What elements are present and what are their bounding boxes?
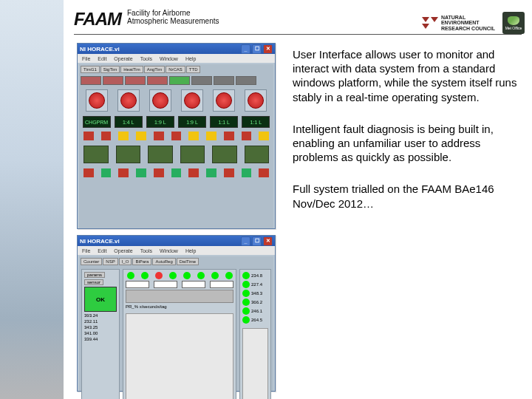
- menu-bar: File Edit Operate Tools Window Help: [78, 246, 275, 255]
- menu-edit[interactable]: Edit: [98, 56, 106, 61]
- value: 264.5: [251, 318, 262, 322]
- indicator-icon: [259, 168, 269, 177]
- valve-icon[interactable]: [184, 92, 200, 109]
- menu-tools[interactable]: Tools: [140, 56, 152, 61]
- value-field[interactable]: [182, 281, 205, 288]
- list-item: 264.5: [242, 316, 268, 324]
- menu-help[interactable]: Help: [185, 248, 196, 253]
- readout-display: 1:9 L: [178, 116, 206, 128]
- value-field[interactable]: [126, 281, 149, 288]
- tank-icon: [180, 146, 205, 163]
- indicator-icon: [188, 168, 199, 177]
- indicator-icon: [154, 132, 164, 140]
- value-field[interactable]: [210, 281, 233, 288]
- middle-column: PR_% x/seconds/tag: [123, 269, 236, 399]
- led-icon: [141, 272, 149, 279]
- tab-item[interactable]: I_O: [119, 258, 132, 265]
- tab-item[interactable]: TTD: [186, 66, 201, 73]
- list-item: params: [84, 272, 117, 278]
- close-button[interactable]: ✕: [263, 44, 273, 54]
- tab-item[interactable]: BiPara: [132, 258, 151, 265]
- tab-item[interactable]: TimG1: [81, 66, 100, 73]
- indicator-icon: [206, 168, 216, 177]
- sky-background-strip: [0, 0, 64, 399]
- indicator-icon: [171, 168, 182, 177]
- tab-row: Counter NSP I_O BiPara AutoReg DatTime: [79, 256, 273, 267]
- menu-edit[interactable]: Edit: [98, 248, 106, 253]
- diagnostic-columns: params sensor OK 393.24 232.11 343.25 34…: [79, 267, 273, 399]
- maximize-button[interactable]: ☐: [252, 44, 262, 54]
- menu-bar: File Edit Operate Tools Window Help: [78, 54, 275, 63]
- indicator-icon: [101, 132, 112, 140]
- label: sensor: [84, 279, 103, 285]
- led-icon: [242, 272, 250, 279]
- indicator-icon: [188, 132, 199, 140]
- list-item: 366.2: [242, 299, 268, 306]
- status-led-icon: [191, 76, 212, 85]
- tab-item[interactable]: Counter: [81, 258, 102, 265]
- indicator-icon: [224, 168, 234, 177]
- left-column: params sensor OK 393.24 232.11 343.25 34…: [81, 269, 120, 399]
- indicator-icon: [101, 168, 112, 177]
- indicator-icon: [154, 168, 164, 177]
- menu-operate[interactable]: Operate: [114, 56, 132, 61]
- value-field[interactable]: [154, 281, 177, 288]
- status-led-icon: [214, 76, 234, 85]
- tank-icon: [116, 146, 141, 163]
- menu-file[interactable]: File: [82, 56, 90, 61]
- tab-item[interactable]: NSP: [103, 258, 117, 265]
- valve-group: [245, 89, 267, 112]
- nerc-line3: RESEARCH COUNCIL: [441, 26, 495, 31]
- valve-icon[interactable]: [248, 92, 264, 109]
- tab-item[interactable]: AutoReg: [152, 258, 175, 265]
- menu-window[interactable]: Window: [160, 248, 178, 253]
- nerc-symbol-icon: [422, 13, 438, 33]
- screenshot-data-system-window: NI HORACE.vi _ ☐ ✕ File Edit Operate Too…: [77, 43, 276, 229]
- valve-icon[interactable]: [89, 92, 105, 109]
- header-left-group: FAAM Facility for Airborne Atmospheric M…: [74, 9, 219, 30]
- menu-operate[interactable]: Operate: [114, 248, 132, 253]
- tab-item[interactable]: SigTim: [100, 66, 120, 73]
- valve-icon[interactable]: [216, 92, 232, 109]
- menu-tools[interactable]: Tools: [140, 248, 152, 253]
- tab-item[interactable]: HeatTim: [120, 66, 143, 73]
- tank-icon: [212, 146, 237, 163]
- menu-file[interactable]: File: [82, 248, 90, 253]
- met-office-logo: Met Office: [502, 12, 525, 34]
- readout-display: 1:1 L: [242, 116, 270, 128]
- indicator-icon: [224, 132, 234, 140]
- led-icon: [242, 316, 250, 324]
- led-icon: [211, 272, 219, 279]
- window-title: NI HORACE.vi: [80, 46, 120, 52]
- tank-row: [79, 143, 273, 166]
- indicator-icon: [118, 168, 129, 177]
- menu-window[interactable]: Window: [160, 56, 178, 61]
- valve-icon[interactable]: [152, 92, 168, 109]
- minimize-button[interactable]: _: [241, 44, 250, 54]
- led-icon: [242, 299, 250, 306]
- slider-well[interactable]: [126, 290, 233, 303]
- display-header-row: CHGPRM 1:4 L 1:9 L 1:9 L 1:1 L 1:1 L: [79, 115, 273, 129]
- maximize-button[interactable]: ☐: [252, 236, 262, 246]
- minimize-button[interactable]: _: [241, 236, 250, 246]
- tab-item[interactable]: AngTim: [144, 66, 165, 73]
- menu-help[interactable]: Help: [185, 56, 196, 61]
- tab-item[interactable]: DatTime: [177, 258, 199, 265]
- status-led-icon: [169, 76, 190, 85]
- right-column: 234.8 227.4 348.3 366.2 246.1 264.5: [239, 269, 271, 399]
- nerc-text: NATURAL ENVIRONMENT RESEARCH COUNCIL: [441, 15, 495, 31]
- status-led-icon: [236, 76, 256, 85]
- list-item: 234.8: [242, 272, 268, 279]
- knob-row: [126, 272, 233, 279]
- valve-group: [86, 89, 108, 112]
- window-controls: _ ☐ ✕: [241, 236, 273, 246]
- window-title: NI HORACE.vi: [80, 238, 120, 245]
- valve-icon[interactable]: [120, 92, 137, 109]
- list-item: 393.24: [84, 313, 117, 318]
- slide-body-text: User Interface allows user to monitor an…: [293, 47, 517, 228]
- status-led-icon: [147, 76, 168, 85]
- bottom-label-row: PR_% x/seconds/tag: [126, 304, 233, 309]
- tab-item[interactable]: NrCAS: [166, 66, 185, 73]
- close-button[interactable]: ✕: [263, 236, 273, 246]
- value: 227.4: [251, 282, 262, 287]
